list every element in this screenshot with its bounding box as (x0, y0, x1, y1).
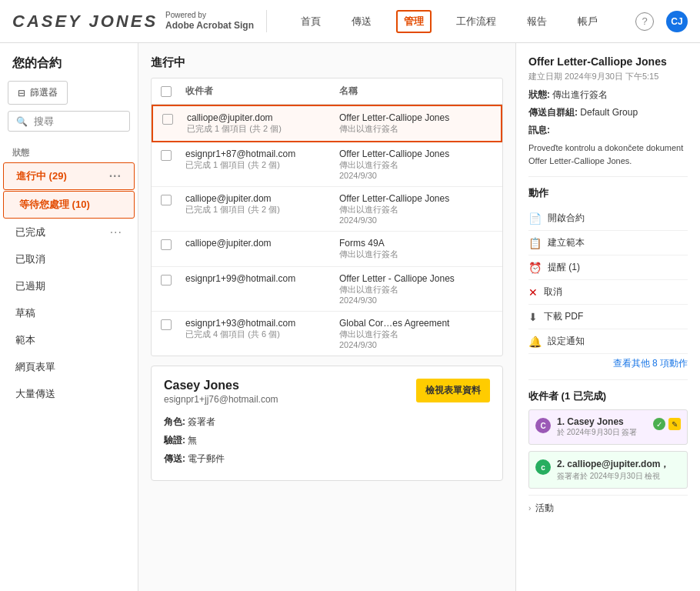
table-row[interactable]: esignpr1+99@hotmail.com Offer Letter - C… (152, 267, 502, 312)
recipient-avatar-2: c (535, 459, 551, 475)
cancel-icon: ✕ (528, 286, 538, 299)
action-reminder[interactable]: ⏰ 提醒 (1) (528, 255, 688, 280)
action-set-notify[interactable]: 🔔 設定通知 (528, 329, 688, 354)
actions-divider (528, 176, 688, 177)
table-row[interactable]: esignpr1+93@hotmail.com 已完成 4 個項目 (共 6 個… (152, 312, 502, 356)
avatar[interactable]: CJ (666, 11, 688, 32)
main-layout: 您的合約 ⊟ 篩選器 🔍 狀態 進行中 (29) ··· 等待您處理 (10) … (0, 43, 700, 591)
search-area: 🔍 (8, 111, 130, 132)
row-checkbox[interactable] (161, 195, 172, 205)
sidebar-item-template[interactable]: 範本 (3, 327, 135, 353)
nav-account[interactable]: 帳戶 (572, 12, 604, 32)
sidebar: 您的合約 ⊟ 篩選器 🔍 狀態 進行中 (29) ··· 等待您處理 (10) … (0, 43, 138, 591)
table-row[interactable]: calliope@jupiter.dom 已完成 1 個項目 (共 2 個) O… (152, 105, 502, 142)
user-details: 角色: 簽署者 驗證: 無 傳送: 電子郵件 (164, 412, 490, 468)
main-nav: 首頁 傳送 管理 工作流程 報告 帳戶 (279, 10, 635, 33)
user-name: Casey Jones (164, 379, 278, 392)
sidebar-item-expired[interactable]: 已過期 (3, 273, 135, 299)
table-row[interactable]: calliope@jupiter.dom 已完成 1 個項目 (共 2 個) O… (152, 187, 502, 232)
open-contract-icon: 📄 (528, 212, 542, 225)
recipient-item-2[interactable]: c 2. calliope@jupiter.dom， 簽署者於 2024年9月3… (528, 451, 688, 489)
logo-area: CASEY JONES Powered by Adobe Acrobat Sig… (12, 10, 267, 32)
recipient-avatar-1: C (535, 418, 551, 433)
recipient-item-1[interactable]: C 1. Casey Jones 於 2024年9月30日 簽署 ✓ ✎ (528, 409, 688, 445)
detail-title: Offer Letter-Calliope Jones (528, 55, 688, 68)
action-create-template[interactable]: 📋 建立範本 (528, 231, 688, 255)
table-row[interactable]: esignpr1+87@hotmail.com 已完成 1 個項目 (共 2 個… (152, 142, 502, 187)
sidebar-toolbar: ⊟ 篩選器 (0, 81, 138, 105)
header: CASEY JONES Powered by Adobe Acrobat Sig… (0, 0, 700, 43)
sidebar-item-menu-completed[interactable]: ··· (110, 225, 122, 239)
search-icon: 🔍 (16, 116, 28, 127)
reminder-icon: ⏰ (528, 262, 542, 274)
create-template-icon: 📋 (528, 237, 542, 249)
sidebar-title: 您的合約 (0, 55, 138, 81)
search-input[interactable] (34, 115, 138, 127)
main-panel: 進行中 收件者 名稱 calliope@jupiter.dom 已完成 1 個項… (138, 43, 515, 591)
chevron-right-icon: › (528, 504, 531, 513)
sidebar-item-draft[interactable]: 草稿 (3, 300, 135, 326)
view-form-button[interactable]: 檢視表單資料 (416, 379, 490, 402)
header-right: ? CJ (635, 11, 688, 32)
content-area: 進行中 收件者 名稱 calliope@jupiter.dom 已完成 1 個項… (138, 43, 700, 591)
agreement-table: 收件者 名稱 calliope@jupiter.dom 已完成 1 個項目 (共… (151, 78, 503, 356)
row-checkbox[interactable] (161, 150, 172, 161)
nav-workflow[interactable]: 工作流程 (450, 12, 502, 32)
sidebar-item-menu-in-progress[interactable]: ··· (109, 169, 122, 183)
notify-icon: 🔔 (528, 336, 542, 348)
adobe-acrobat-sign: Adobe Acrobat Sign (165, 20, 254, 32)
select-all-checkbox[interactable] (161, 85, 185, 98)
user-email: esignpr1+jj76@hotmail.com (164, 394, 278, 405)
row-checkbox[interactable] (161, 319, 172, 330)
nav-home[interactable]: 首頁 (295, 12, 327, 32)
user-card: Casey Jones esignpr1+jj76@hotmail.com 檢視… (151, 366, 503, 481)
powered-by: Powered by Adobe Acrobat Sign (165, 10, 254, 32)
action-cancel[interactable]: ✕ 取消 (528, 280, 688, 305)
action-download-pdf[interactable]: ⬇ 下載 PDF (528, 305, 688, 329)
nav-send[interactable]: 傳送 (345, 12, 378, 32)
sidebar-item-in-progress[interactable]: 進行中 (29) ··· (3, 162, 135, 190)
filter-button[interactable]: ⊟ 篩選器 (8, 81, 68, 105)
nav-manage[interactable]: 管理 (396, 10, 432, 33)
sidebar-item-web-form[interactable]: 網頁表單 (3, 354, 135, 380)
detail-status-row: 狀態: 傳出進行簽名 (528, 88, 688, 102)
table-header: 收件者 名稱 (152, 78, 502, 105)
detail-message: Proveďte kontrolu a dokončete dokument O… (528, 142, 688, 167)
sidebar-item-completed[interactable]: 已完成 ··· (3, 219, 135, 245)
help-button[interactable]: ? (635, 12, 654, 31)
table-row[interactable]: calliope@jupiter.dom Forms 49A 傳出以進行簽名 (152, 232, 502, 267)
recipients-divider (528, 379, 688, 380)
badge-check-1: ✓ (653, 418, 665, 430)
logo-text: CASEY JONES (12, 12, 158, 32)
row-checkbox[interactable] (161, 239, 172, 250)
row-checkbox[interactable] (161, 275, 172, 285)
badge-edit-1: ✎ (668, 418, 681, 430)
action-open[interactable]: 📄 開啟合約 (528, 206, 688, 231)
section-title: 進行中 (151, 55, 503, 70)
sidebar-item-cancelled[interactable]: 已取消 (3, 246, 135, 272)
row-checkbox[interactable] (162, 114, 173, 125)
status-section-label: 狀態 (0, 141, 138, 162)
recipients-title: 收件者 (1 已完成) (528, 389, 688, 403)
sidebar-item-bulk-send[interactable]: 大量傳送 (3, 381, 135, 407)
sidebar-item-waiting[interactable]: 等待您處理 (10) (3, 191, 135, 219)
activities-row[interactable]: › 活動 (528, 495, 688, 521)
nav-report[interactable]: 報告 (521, 12, 553, 32)
detail-message-row: 訊息: (528, 124, 688, 137)
more-actions-link[interactable]: 查看其他 8 項動作 (528, 357, 688, 370)
detail-date: 建立日期 2024年9月30日 下午5:15 (528, 71, 688, 82)
filter-icon: ⊟ (18, 88, 25, 98)
actions-title: 動作 (528, 186, 688, 200)
detail-group-row: 傳送自群組: Default Group (528, 106, 688, 119)
user-card-header: Casey Jones esignpr1+jj76@hotmail.com 檢視… (164, 379, 490, 405)
download-icon: ⬇ (528, 311, 538, 323)
right-panel: Offer Letter-Calliope Jones 建立日期 2024年9月… (515, 43, 700, 591)
